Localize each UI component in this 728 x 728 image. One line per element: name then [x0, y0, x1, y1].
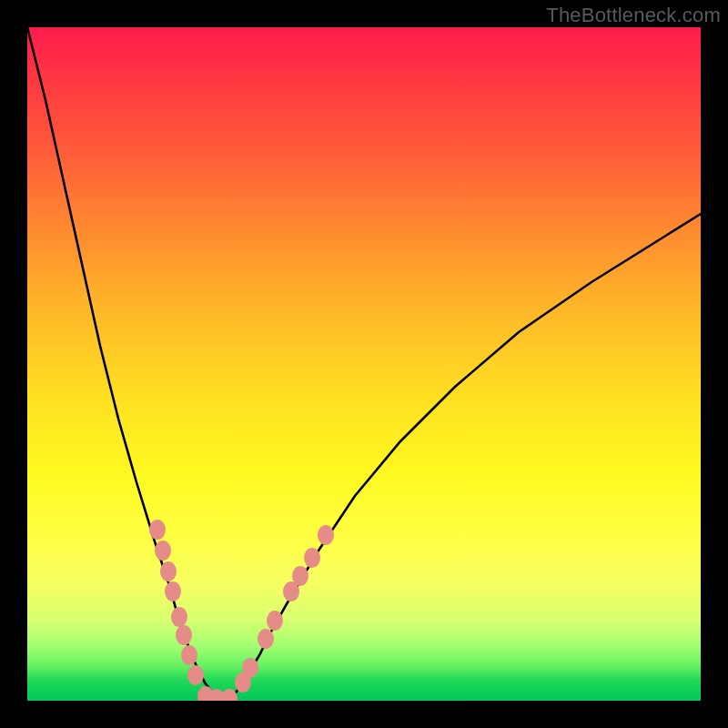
watermark-text: TheBottleneck.com [546, 4, 721, 27]
plot-area [27, 27, 701, 701]
left-curve [27, 27, 228, 701]
marker-dot [155, 541, 171, 561]
marker-dot [267, 611, 283, 631]
right-curve [228, 214, 701, 701]
marker-dot [176, 625, 192, 645]
marker-dot [160, 561, 177, 581]
marker-dot [292, 566, 308, 586]
marker-dot [242, 658, 258, 678]
marker-dot [181, 645, 197, 665]
marker-dot [187, 665, 204, 685]
curve-layer [27, 27, 701, 701]
marker-dot [318, 525, 334, 545]
marker-dot [221, 689, 238, 701]
marker-dot [171, 607, 187, 627]
marker-dot [258, 629, 274, 649]
marker-dot [304, 548, 320, 568]
marker-dot [149, 520, 166, 540]
marker-dot [165, 581, 181, 602]
highlight-markers [149, 520, 334, 701]
outer-frame: TheBottleneck.com [0, 0, 728, 728]
